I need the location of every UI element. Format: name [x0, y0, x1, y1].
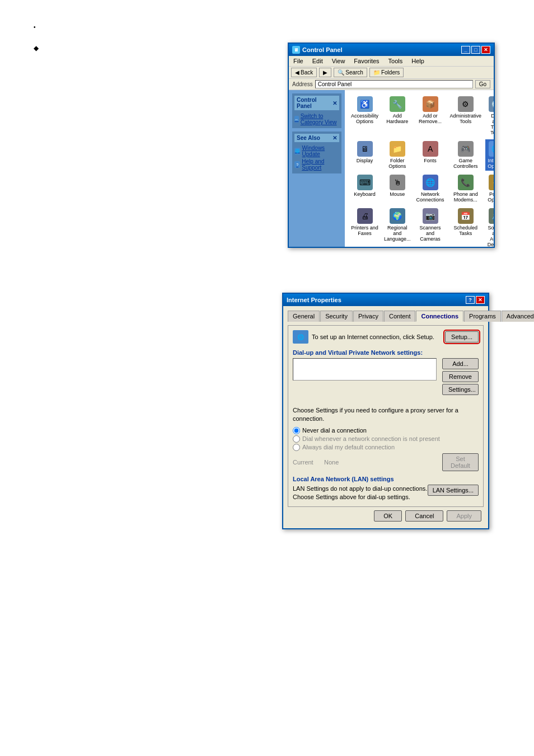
folders-button[interactable]: 📁 Folders	[369, 68, 404, 77]
tab-privacy[interactable]: Privacy	[353, 311, 383, 322]
icon-internet-options[interactable]: 🌐 Internet Options	[485, 139, 494, 171]
toolbar: ◀ Back ▶ 🔍 Search 📁 Folders	[289, 67, 494, 79]
control-panel-section: ◆ 🖥 Control Panel _ □ ✕	[34, 43, 500, 248]
set-default-button[interactable]: Set Default	[442, 453, 479, 471]
dialup-section-title: Dial-up and Virtual Private Network sett…	[293, 349, 479, 356]
radio-never-dial[interactable]: Never dial a connection	[293, 427, 479, 434]
forward-button[interactable]: ▶	[319, 68, 331, 77]
apply-button[interactable]: Apply	[447, 510, 481, 522]
ok-button[interactable]: OK	[374, 510, 402, 522]
icon-accessibility[interactable]: ♿ Accessibility Options	[349, 95, 380, 137]
window-body: Control Panel ✕ ↔ Switch to Category Vie…	[289, 90, 494, 247]
radio-always-dial[interactable]: Always dial my default connection	[293, 444, 479, 451]
minimize-button[interactable]: _	[461, 46, 470, 54]
bullet-item-1: •	[34, 22, 500, 31]
menu-help[interactable]: Help	[409, 57, 427, 65]
dialog-container: Internet Properties ? ✕ General Security…	[34, 281, 500, 529]
search-button[interactable]: 🔍 Search	[334, 68, 367, 77]
sidebar: Control Panel ✕ ↔ Switch to Category Vie…	[289, 90, 345, 247]
icons-area: ♿ Accessibility Options 🔧 Add Hardware 📦…	[345, 90, 494, 247]
lan-row: LAN Settings do not apply to dial-up con…	[293, 485, 479, 502]
dialog-body: General Security Privacy Content Connect…	[283, 306, 488, 528]
windows-update-link[interactable]: 🌐 Windows Update	[294, 144, 339, 158]
sidebar-panel-1: Control Panel ✕ ↔ Switch to Category Vie…	[292, 93, 341, 128]
windows-update-icon: 🌐	[294, 148, 301, 154]
current-value: None	[324, 459, 439, 466]
icon-fonts[interactable]: A Fonts	[415, 139, 446, 171]
dialog-controls[interactable]: ? ✕	[466, 296, 485, 304]
lan-text: LAN Settings do not apply to dial-up con…	[293, 485, 428, 502]
icon-power-options[interactable]: ⚡ Power Options	[485, 173, 494, 204]
go-button[interactable]: Go	[475, 80, 490, 88]
icon-add-hardware[interactable]: 🔧 Add Hardware	[382, 95, 413, 137]
icon-sounds[interactable]: 🔊 Sounds and Audio Devices	[485, 206, 494, 247]
tab-advanced[interactable]: Advanced	[502, 311, 534, 322]
back-button[interactable]: ◀ Back	[291, 68, 317, 77]
switch-view-link[interactable]: ↔ Switch to Category View	[294, 112, 339, 126]
add-button[interactable]: Add...	[442, 358, 479, 369]
icon-regional[interactable]: 🌍 Regional and Language...	[382, 206, 413, 247]
icon-add-remove[interactable]: 📦 Add or Remove...	[415, 95, 446, 137]
menu-tools[interactable]: Tools	[386, 57, 405, 65]
current-label: Current	[293, 459, 321, 466]
internet-properties-dialog: Internet Properties ? ✕ General Security…	[282, 293, 489, 529]
icon-display[interactable]: 🖥 Display	[349, 139, 380, 171]
icon-folder-options[interactable]: 📁 Folder Options	[382, 139, 413, 171]
help-support-link[interactable]: ? Help and Support	[294, 158, 339, 171]
dialog-title-text: Internet Properties	[287, 297, 341, 303]
icon-scheduled-tasks[interactable]: 📅 Scheduled Tasks	[448, 206, 484, 247]
icon-admin-tools[interactable]: ⚙ Administrative Tools	[448, 95, 484, 137]
window-titlebar: 🖥 Control Panel _ □ ✕	[289, 44, 494, 56]
icon-network-connections[interactable]: 🌐 Network Connections	[415, 173, 446, 204]
menu-file[interactable]: File	[291, 57, 306, 65]
icon-keyboard[interactable]: ⌨ Keyboard	[349, 173, 380, 204]
tab-connections[interactable]: Connections	[416, 311, 463, 322]
bullet-dot-icon: •	[34, 24, 36, 30]
help-support-icon: ?	[294, 161, 300, 168]
menu-edit[interactable]: Edit	[310, 57, 325, 65]
menu-favorites[interactable]: Favorites	[352, 57, 381, 65]
setup-button[interactable]: Setup...	[445, 331, 479, 342]
radio-group: Never dial a connection Dial whenever a …	[293, 427, 479, 451]
close-button[interactable]: ✕	[481, 46, 490, 54]
setup-left: 🌐 To set up an Internet connection, clic…	[293, 330, 434, 344]
radio-dial-whenever[interactable]: Dial whenever a network connection is no…	[293, 435, 479, 443]
bullet-diamond-icon: ◆	[34, 44, 39, 52]
tab-content[interactable]: Content	[384, 311, 416, 322]
icon-phone-modems[interactable]: 📞 Phone and Modems...	[448, 173, 484, 204]
lan-section-title: Local Area Network (LAN) settings	[293, 476, 479, 482]
control-panel-image-column: 🖥 Control Panel _ □ ✕ File Edit View Fav…	[288, 43, 500, 248]
icon-mouse[interactable]: 🖱 Mouse	[382, 173, 413, 204]
address-bar: Address Control Panel Go	[289, 79, 494, 90]
radio-dial-whenever-input[interactable]	[293, 435, 300, 443]
icon-scanners[interactable]: 📷 Scanners and Cameras	[415, 206, 446, 247]
icon-date-time[interactable]: 🕐 Date and Time Tools	[485, 95, 494, 137]
lan-settings-button[interactable]: LAN Settings...	[428, 485, 479, 496]
sidebar-panel-2: See Also ✕ 🌐 Windows Update ? Help and S…	[292, 132, 341, 173]
tab-general[interactable]: General	[288, 311, 320, 322]
dialog-title: Internet Properties	[287, 297, 341, 303]
window-controls[interactable]: _ □ ✕	[461, 46, 490, 54]
maximize-button[interactable]: □	[471, 46, 480, 54]
icon-printers[interactable]: 🖨 Printers and Faxes	[349, 206, 380, 247]
dialog-footer: OK Cancel Apply	[288, 507, 484, 524]
dialog-titlebar: Internet Properties ? ✕	[283, 294, 488, 306]
setup-row: 🌐 To set up an Internet connection, clic…	[293, 330, 479, 344]
dialog-help-button[interactable]: ?	[466, 296, 475, 304]
cancel-button[interactable]: Cancel	[405, 510, 443, 522]
dialog-close-button[interactable]: ✕	[476, 296, 485, 304]
setup-icon: 🌐	[293, 330, 308, 344]
radio-never-dial-input[interactable]	[293, 427, 300, 434]
window-title-text: Control Panel	[302, 46, 343, 53]
spacer	[34, 265, 500, 281]
radio-always-dial-input[interactable]	[293, 444, 300, 451]
icon-game-controllers[interactable]: 🎮 Game Controllers	[448, 139, 484, 171]
tab-security[interactable]: Security	[320, 311, 353, 322]
address-value[interactable]: Control Panel	[315, 80, 473, 88]
proxy-text: Choose Settings if you need to configure…	[293, 406, 479, 424]
tab-bar: General Security Privacy Content Connect…	[288, 311, 484, 322]
remove-button[interactable]: Remove	[442, 371, 479, 382]
settings-button[interactable]: Settings...	[442, 384, 479, 395]
tab-programs[interactable]: Programs	[464, 311, 501, 322]
menu-view[interactable]: View	[330, 57, 348, 65]
